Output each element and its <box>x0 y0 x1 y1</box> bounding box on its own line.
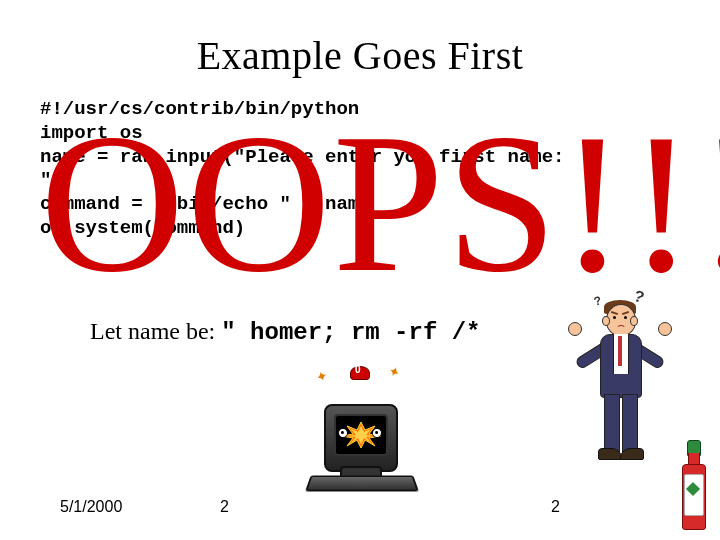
page-title: Example Goes First <box>40 32 680 79</box>
confused-businessman-icon: ? ? <box>580 290 660 470</box>
example-injection-line: Let name be: " homer; rm -rf /* <box>90 318 481 346</box>
footer-page-right: 2 <box>551 498 560 516</box>
example-label: Let name be: <box>90 318 221 344</box>
footer-page-left: 2 <box>220 498 229 516</box>
exploding-computer-icon: ✦ ✦ <box>300 372 420 492</box>
slide-footer: 5/1/2000 2 2 <box>60 498 660 516</box>
hot-sauce-bottle-icon <box>680 440 706 532</box>
example-value: " homer; rm -rf /* <box>221 319 480 346</box>
slide: Example Goes First #!/usr/cs/contrib/bin… <box>0 0 720 540</box>
footer-date: 5/1/2000 <box>60 498 122 516</box>
code-block: #!/usr/cs/contrib/bin/python import os n… <box>40 98 680 241</box>
question-mark-icon: ? <box>592 293 603 308</box>
